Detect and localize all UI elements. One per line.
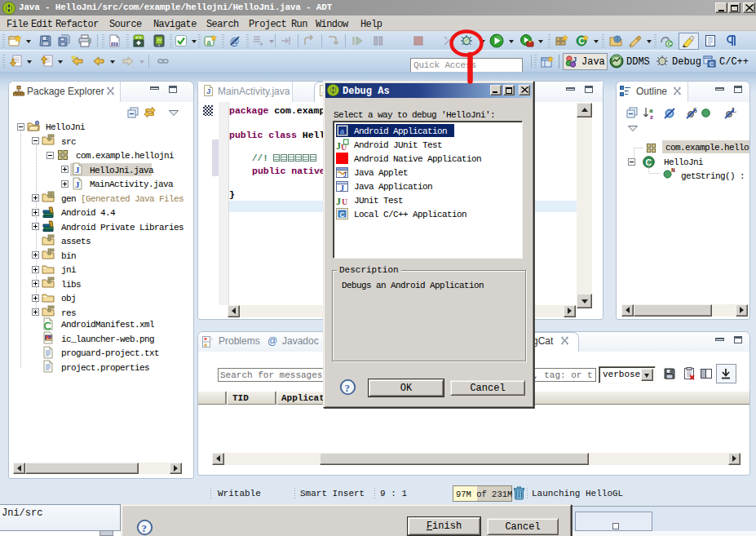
svg-text:J: J xyxy=(322,86,326,95)
svg-text:C: C xyxy=(710,61,714,67)
svg-text:010: 010 xyxy=(111,42,118,47)
svg-text:z: z xyxy=(650,113,653,120)
svg-text:C: C xyxy=(668,40,673,47)
svg-text:J: J xyxy=(573,55,577,64)
svg-text:J: J xyxy=(206,86,210,95)
svg-text:?: ? xyxy=(142,522,148,534)
